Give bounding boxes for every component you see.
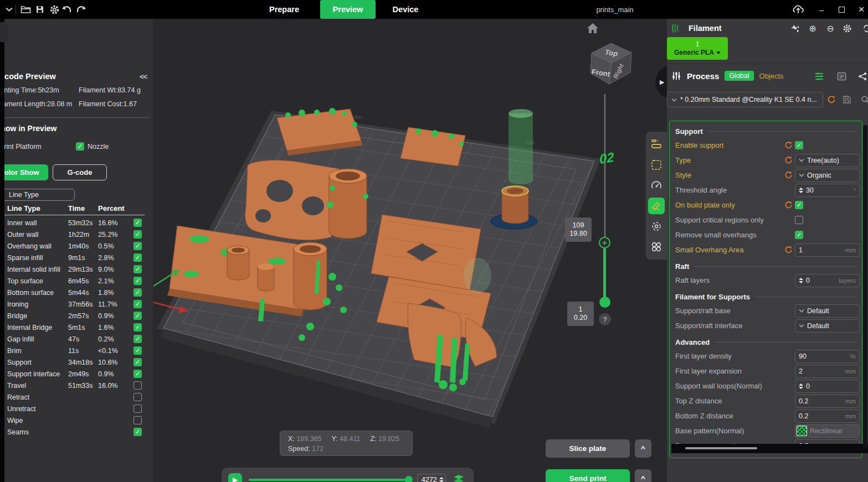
param-list-icon[interactable] (814, 71, 824, 81)
sync-icon[interactable] (862, 23, 868, 33)
cloud-upload-icon[interactable] (790, 0, 807, 19)
line-type-visibility-checkbox[interactable]: ✓ (133, 312, 142, 320)
save-icon[interactable] (34, 4, 45, 15)
line-type-visibility-checkbox[interactable]: ✓ (133, 358, 142, 366)
stepper-arrows-icon[interactable] (799, 188, 803, 193)
line-type-visibility-checkbox[interactable]: ✓ (133, 300, 142, 308)
progress-slider[interactable] (249, 479, 410, 481)
line-type-visibility-checkbox[interactable]: ✓ (133, 335, 142, 343)
setting-pattern[interactable]: Rectilinear (795, 424, 860, 438)
reset-icon[interactable] (784, 156, 793, 164)
setting-input[interactable]: 2mm (795, 365, 860, 378)
param-table-icon[interactable] (836, 71, 846, 81)
search-settings-icon[interactable] (860, 95, 868, 105)
close-icon[interactable]: × (853, 0, 868, 19)
speed-gauge-icon[interactable] (648, 177, 665, 194)
tab-prepare[interactable]: Prepare (265, 0, 304, 19)
setting-dropdown[interactable]: Tree(auto) (795, 154, 860, 167)
undo-icon[interactable] (61, 4, 72, 15)
print-platform-option[interactable]: Print Platform (4, 142, 42, 151)
stepper-arrows-icon[interactable] (799, 278, 803, 283)
setting-input[interactable]: 0.2mm (795, 395, 860, 408)
compare-share-icon[interactable] (857, 71, 867, 81)
setting-checkbox[interactable]: ✓ (795, 231, 803, 239)
tab-device[interactable]: Device (388, 0, 423, 19)
line-type-visibility-checkbox[interactable]: ✓ (133, 370, 142, 378)
setting-checkbox[interactable] (795, 216, 803, 224)
step-spinner[interactable]: 4272 (417, 474, 446, 482)
line-type-visibility-checkbox[interactable]: ✓ (133, 265, 142, 273)
horizontal-scrollbar-thumb[interactable] (685, 447, 757, 449)
line-type-visibility-checkbox[interactable]: ✓ (133, 346, 142, 355)
collapse-panel-button[interactable]: << (140, 72, 147, 81)
layer-slider-active-track[interactable] (603, 248, 606, 298)
setting-stepper[interactable]: 0 (795, 380, 860, 393)
quality-icon[interactable] (648, 136, 665, 153)
setting-checkbox[interactable]: ✓ (795, 201, 803, 209)
minimize-icon[interactable]: – (813, 0, 830, 19)
line-type-visibility-checkbox[interactable] (133, 416, 142, 424)
layer-slider-top-handle[interactable]: + (599, 237, 610, 248)
line-type-visibility-checkbox[interactable]: ✓ (133, 323, 142, 331)
line-type-visibility-checkbox[interactable] (133, 393, 142, 401)
stepper-arrows-icon[interactable] (799, 383, 803, 389)
others-icon[interactable] (648, 239, 665, 255)
open-folder-icon[interactable] (20, 4, 31, 15)
setting-stepper[interactable]: 30° (795, 184, 860, 197)
orientation-cube[interactable]: Top Front Right (585, 39, 636, 89)
save-preset-icon[interactable] (842, 95, 852, 105)
left-edge-tab[interactable] (0, 22, 8, 42)
cooling-icon[interactable] (648, 218, 665, 235)
gcode-button[interactable]: G-code (53, 164, 107, 180)
line-type-visibility-checkbox[interactable]: ✓ (133, 288, 142, 297)
slice-plate-button[interactable]: Slice plate (546, 439, 630, 458)
add-filament-icon[interactable]: ⊕ (808, 23, 818, 33)
line-type-visibility-checkbox[interactable]: ✓ (133, 219, 142, 227)
setting-input[interactable]: 90% (795, 350, 860, 363)
scope-global-tab[interactable]: Global (725, 71, 753, 81)
reset-icon[interactable] (784, 201, 793, 209)
home-view-icon[interactable] (586, 22, 599, 37)
line-type-visibility-checkbox[interactable] (133, 381, 142, 390)
progress-slider-thumb[interactable] (405, 476, 413, 482)
horizontal-scrollbar[interactable] (671, 444, 868, 453)
setting-input[interactable]: 1mm (795, 243, 860, 257)
slice-options-caret-button[interactable]: ^ (635, 439, 651, 458)
setting-checkbox[interactable]: ✓ (795, 141, 803, 149)
remove-filament-icon[interactable]: ⊖ (825, 23, 835, 33)
line-type-visibility-checkbox[interactable]: ✓ (133, 230, 142, 239)
play-button[interactable]: ▶ (228, 473, 242, 482)
scope-objects-tab[interactable]: Objects (759, 72, 784, 80)
support-icon[interactable] (648, 198, 665, 214)
maximize-icon[interactable] (833, 0, 850, 19)
color-show-button[interactable]: Color Show (4, 164, 48, 180)
vertical-scrollbar[interactable] (863, 125, 867, 448)
step-up-icon[interactable] (439, 477, 444, 479)
chevron-down-icon[interactable] (3, 4, 14, 15)
line-type-dropdown[interactable]: Line Type (4, 189, 75, 201)
tab-preview[interactable]: Preview (320, 0, 376, 19)
line-type-visibility-checkbox[interactable]: ✓ (133, 253, 142, 262)
purge-faucet-icon[interactable] (790, 23, 800, 33)
settings-gear-icon[interactable] (49, 4, 60, 15)
setting-dropdown[interactable]: Default (795, 319, 860, 333)
reset-icon[interactable] (784, 141, 793, 149)
reset-preset-icon[interactable] (826, 95, 836, 105)
filament-settings-gear-icon[interactable] (842, 23, 852, 33)
redo-icon[interactable] (75, 4, 86, 15)
line-type-visibility-checkbox[interactable]: ✓ (133, 428, 142, 436)
line-type-visibility-checkbox[interactable] (133, 405, 142, 413)
help-button[interactable]: ? (599, 313, 611, 325)
line-type-visibility-checkbox[interactable]: ✓ (133, 277, 142, 285)
reset-icon[interactable] (784, 171, 793, 179)
layers-icon[interactable] (453, 474, 465, 482)
filament-slot-card[interactable]: 1 Generic PLA (667, 37, 728, 60)
send-options-caret-button[interactable]: ^ (635, 469, 651, 482)
setting-input[interactable]: 0.2mm (795, 410, 860, 423)
layer-slider-bottom-handle[interactable] (599, 297, 610, 308)
setting-dropdown[interactable]: Default (795, 304, 860, 318)
line-type-visibility-checkbox[interactable]: ✓ (133, 242, 142, 250)
setting-dropdown[interactable]: Organic (795, 169, 860, 182)
reset-icon[interactable] (784, 246, 793, 254)
setting-stepper[interactable]: 0layers (795, 274, 860, 287)
